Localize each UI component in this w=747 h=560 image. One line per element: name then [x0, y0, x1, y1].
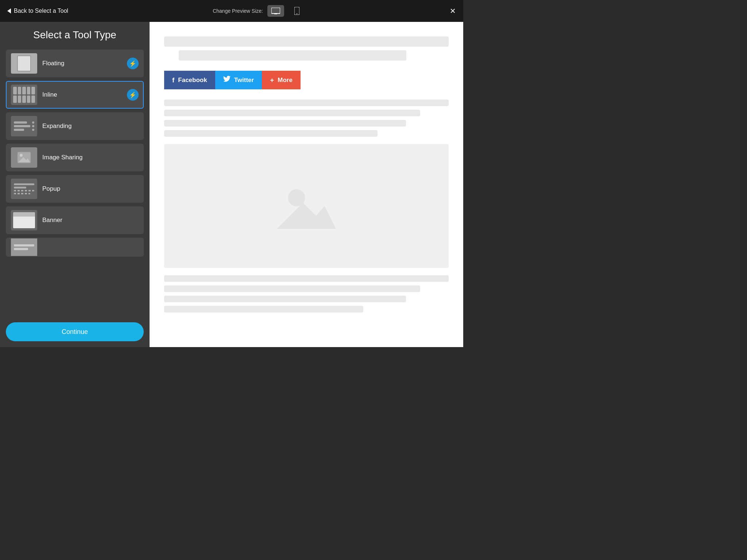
svg-point-3	[296, 13, 297, 15]
facebook-label: Facebook	[178, 77, 207, 84]
skeleton-line-2	[179, 50, 406, 61]
skeleton-line-3	[164, 100, 449, 106]
sidebar: Select a Tool Type Floating ⚡	[0, 22, 150, 347]
back-label: Back to Select a Tool	[14, 8, 68, 14]
skeleton-line-1	[164, 36, 449, 47]
continue-button[interactable]: Continue	[6, 322, 144, 341]
tool-item-popup[interactable]: Popup	[6, 175, 144, 203]
back-arrow-icon	[7, 8, 11, 13]
skeleton-line-8	[164, 285, 420, 292]
image-placeholder-icon	[274, 173, 339, 239]
skeleton-line-4	[164, 110, 420, 116]
share-buttons: f Facebook Twitter + More	[164, 71, 449, 89]
popup-icon	[11, 179, 37, 199]
main-layout: Select a Tool Type Floating ⚡	[0, 22, 463, 347]
skeleton-line-10	[164, 306, 363, 312]
facebook-button[interactable]: f Facebook	[164, 71, 215, 89]
inline-label: Inline	[42, 91, 122, 98]
mobile-icon	[294, 7, 299, 15]
floating-badge: ⚡	[127, 58, 139, 69]
popup-label: Popup	[42, 185, 139, 192]
desktop-preview-button[interactable]	[267, 5, 284, 17]
tool-item-image-sharing[interactable]: Image Sharing	[6, 144, 144, 171]
topbar: Back to Select a Tool Change Preview Siz…	[0, 0, 463, 22]
tool-item-banner[interactable]: Banner	[6, 206, 144, 234]
tool-item-expanding[interactable]: Expanding	[6, 112, 144, 140]
back-button[interactable]: Back to Select a Tool	[7, 8, 68, 14]
twitter-icon	[223, 76, 231, 84]
sidebar-title: Select a Tool Type	[6, 29, 144, 41]
facebook-icon: f	[172, 76, 174, 84]
svg-rect-0	[271, 8, 280, 13]
close-button[interactable]: ✕	[450, 7, 456, 15]
inline-icon	[11, 85, 37, 105]
skeleton-line-7	[164, 275, 449, 282]
twitter-button[interactable]: Twitter	[215, 71, 262, 89]
inline-badge: ⚡	[127, 89, 139, 101]
image-placeholder	[164, 144, 449, 268]
skeleton-top	[164, 36, 449, 61]
skeleton-bottom	[164, 275, 449, 312]
skeleton-line-9	[164, 296, 406, 302]
floating-icon	[11, 53, 37, 74]
skeleton-body	[164, 100, 449, 137]
twitter-label: Twitter	[234, 77, 254, 84]
skeleton-line-6	[164, 130, 378, 137]
more-icon: +	[270, 76, 274, 84]
skeleton-line-5	[164, 120, 406, 127]
svg-marker-8	[277, 203, 336, 229]
desktop-icon	[271, 8, 280, 14]
svg-rect-1	[274, 13, 277, 14]
tool-item-partial[interactable]	[6, 238, 144, 257]
floating-label: Floating	[42, 60, 122, 67]
banner-label: Banner	[42, 217, 139, 224]
expanding-icon	[11, 116, 37, 136]
mobile-preview-button[interactable]	[289, 5, 305, 17]
image-sharing-icon	[11, 147, 37, 168]
tool-item-inline[interactable]: Inline ⚡	[6, 81, 144, 109]
tool-item-floating[interactable]: Floating ⚡	[6, 50, 144, 77]
expanding-label: Expanding	[42, 122, 139, 130]
banner-icon	[11, 210, 37, 230]
preview-area: f Facebook Twitter + More	[150, 22, 463, 347]
preview-size-controls: Change Preview Size:	[213, 5, 305, 17]
partial-icon	[11, 238, 37, 257]
image-sharing-label: Image Sharing	[42, 154, 139, 161]
svg-point-5	[20, 154, 23, 157]
preview-size-label: Change Preview Size:	[213, 8, 263, 14]
more-label: More	[278, 77, 293, 84]
more-button[interactable]: + More	[262, 71, 301, 89]
